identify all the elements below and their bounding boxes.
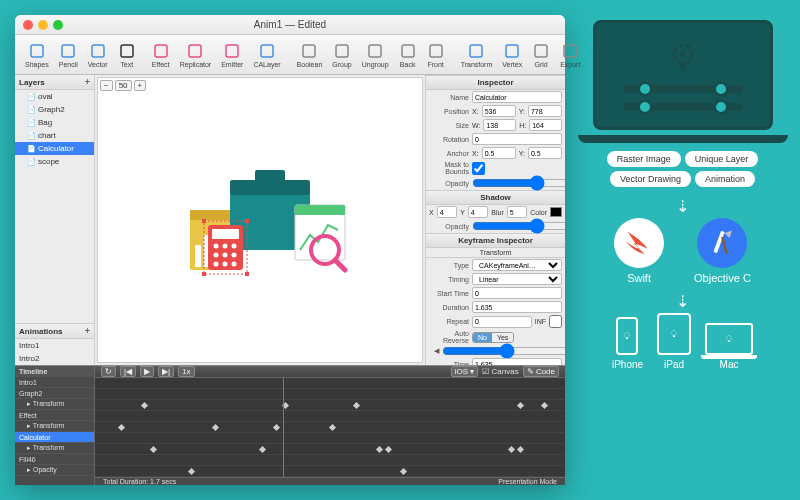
opacity-slider[interactable] <box>472 178 565 188</box>
layer-item[interactable]: Calculator <box>15 142 94 155</box>
shapes-button[interactable]: Shapes <box>21 42 53 68</box>
timeline-row[interactable]: ▸ Transform <box>15 421 94 432</box>
anchor-y-input[interactable] <box>528 147 562 159</box>
zoom-plus-button[interactable]: + <box>134 80 147 91</box>
kf-type-select[interactable]: CAKeyframeAni… <box>472 259 562 271</box>
timeline-row[interactable]: Fill46 <box>15 454 94 465</box>
size-w-input[interactable] <box>483 119 516 131</box>
track-row[interactable] <box>95 389 565 400</box>
timeline-row[interactable]: ▸ Transform <box>15 399 94 410</box>
keyframe-icon[interactable] <box>508 446 515 453</box>
track-row[interactable] <box>95 433 565 444</box>
keyframe-icon[interactable] <box>399 468 406 475</box>
kf-time-input[interactable] <box>472 358 562 365</box>
prev-button[interactable]: |◀ <box>120 366 136 377</box>
keyframe-icon[interactable] <box>258 446 265 453</box>
timeline-tracks[interactable] <box>95 378 565 477</box>
layer-item[interactable]: scope <box>15 155 94 168</box>
back-button[interactable]: Back <box>395 42 421 68</box>
pencil-button[interactable]: Pencil <box>55 42 82 68</box>
animation-item[interactable]: Intro1 <box>15 339 94 352</box>
keyframe-icon[interactable] <box>150 446 157 453</box>
track-row[interactable] <box>95 378 565 389</box>
vector-button[interactable]: Vector <box>84 42 112 68</box>
size-h-input[interactable] <box>529 119 562 131</box>
track-row[interactable] <box>95 455 565 466</box>
timeline-row[interactable]: ▸ Transform <box>15 443 94 454</box>
layer-item[interactable]: Bag <box>15 116 94 129</box>
keyframe-icon[interactable] <box>352 402 359 409</box>
layer-item[interactable]: Graph2 <box>15 103 94 116</box>
effect-button[interactable]: Effect <box>148 42 174 68</box>
speed-button[interactable]: 1x <box>178 366 194 377</box>
transform-button[interactable]: Transform <box>457 42 497 68</box>
canvas[interactable]: − 50 + <box>97 77 423 363</box>
boolean-button[interactable]: Boolean <box>293 42 327 68</box>
track-row[interactable] <box>95 422 565 433</box>
timeline-row[interactable]: Calculator <box>15 432 94 443</box>
animation-item[interactable]: Intro2 <box>15 352 94 365</box>
timeline-row[interactable]: Graph2 <box>15 388 94 399</box>
track-row[interactable] <box>95 411 565 422</box>
vertex-button[interactable]: Vertex <box>498 42 526 68</box>
keyframe-icon[interactable] <box>141 402 148 409</box>
rotation-input[interactable] <box>472 133 562 145</box>
keyframe-icon[interactable] <box>376 446 383 453</box>
grid-button[interactable]: Grid <box>528 42 554 68</box>
presentation-mode-button[interactable]: Presentation Mode <box>498 478 557 485</box>
front-button[interactable]: Front <box>423 42 449 68</box>
next-button[interactable]: ▶| <box>158 366 174 377</box>
playhead-icon[interactable] <box>283 378 284 477</box>
layer-item[interactable]: chart <box>15 129 94 142</box>
calayer-button[interactable]: CALayer <box>249 42 284 68</box>
kf-time-slider[interactable] <box>442 346 565 356</box>
pos-x-input[interactable] <box>482 105 516 117</box>
track-row[interactable] <box>95 466 565 477</box>
keyframe-icon[interactable] <box>517 446 524 453</box>
keyframe-icon[interactable] <box>385 446 392 453</box>
shadow-y-input[interactable] <box>468 206 488 218</box>
zoom-minus-button[interactable]: − <box>100 80 113 91</box>
zoom-icon[interactable] <box>53 20 63 30</box>
keyframe-icon[interactable] <box>329 424 336 431</box>
target-select[interactable]: iOS ▾ <box>451 366 479 377</box>
keyframe-icon[interactable] <box>117 424 124 431</box>
add-animation-icon[interactable]: + <box>85 326 90 336</box>
track-row[interactable] <box>95 400 565 411</box>
pos-y-input[interactable] <box>528 105 562 117</box>
group-button[interactable]: Group <box>328 42 355 68</box>
keyframe-icon[interactable] <box>540 402 547 409</box>
kf-timing-select[interactable]: Linear <box>472 273 562 285</box>
shadow-color-swatch[interactable] <box>550 207 562 217</box>
timeline-row[interactable]: Intro1 <box>15 377 94 388</box>
timeline-row[interactable]: Effect <box>15 410 94 421</box>
kf-repeat-input[interactable] <box>472 316 532 328</box>
kf-start-input[interactable] <box>472 287 562 299</box>
keyframe-icon[interactable] <box>273 424 280 431</box>
mask-checkbox[interactable] <box>472 162 485 175</box>
loop-button[interactable]: ↻ <box>101 366 116 377</box>
ungroup-button[interactable]: Ungroup <box>358 42 393 68</box>
keyframe-icon[interactable] <box>211 424 218 431</box>
shadow-x-input[interactable] <box>437 206 457 218</box>
text-button[interactable]: Text <box>114 42 140 68</box>
kf-duration-input[interactable] <box>472 301 562 313</box>
shadow-opacity-slider[interactable] <box>472 221 565 231</box>
anchor-x-input[interactable] <box>482 147 516 159</box>
code-button[interactable]: ✎ Code <box>523 366 559 377</box>
blur-input[interactable] <box>507 206 527 218</box>
keyframe-icon[interactable] <box>517 402 524 409</box>
minimize-icon[interactable] <box>38 20 48 30</box>
emitter-button[interactable]: Emitter <box>217 42 247 68</box>
layer-item[interactable]: oval <box>15 90 94 103</box>
autoreverse-segment[interactable]: NoYes <box>472 332 514 343</box>
play-button[interactable]: ▶ <box>140 366 154 377</box>
name-input[interactable] <box>472 91 562 103</box>
add-layer-icon[interactable]: + <box>85 77 90 87</box>
close-icon[interactable] <box>23 20 33 30</box>
track-row[interactable] <box>95 444 565 455</box>
replicator-button[interactable]: Replicator <box>176 42 216 68</box>
keyframe-icon[interactable] <box>188 468 195 475</box>
timeline-row[interactable]: ▸ Opacity <box>15 465 94 476</box>
inf-checkbox[interactable] <box>549 315 562 328</box>
